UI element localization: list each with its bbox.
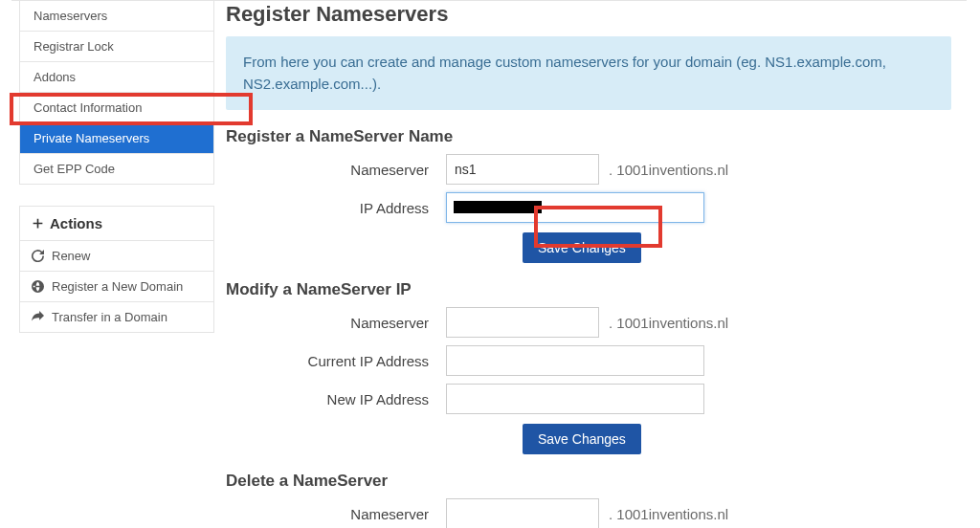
info-alert: From here you can create and manage cust… [226,36,951,110]
actions-header-label: Actions [50,215,102,231]
globe-icon [32,280,44,293]
action-label: Renew [52,249,90,263]
action-label: Register a New Domain [52,279,183,294]
domain-suffix: . 1001inventions.nl [609,162,728,178]
domain-suffix: . 1001inventions.nl [609,315,728,331]
register-ns-label: Nameserver [226,162,446,178]
modify-new-ip-input[interactable] [446,384,704,414]
modify-current-ip-input[interactable] [446,345,704,376]
delete-heading: Delete a NameServer [226,472,951,491]
register-ip-label: IP Address [226,200,446,216]
modify-ns-label: Nameserver [226,315,446,331]
modify-heading: Modify a NameServer IP [226,280,951,299]
main-content: Register Nameservers From here you can c… [226,0,980,528]
modify-current-ip-label: Current IP Address [226,353,446,369]
page-title: Register Nameservers [226,2,951,27]
register-save-button[interactable]: Save Changes [523,232,641,263]
modify-save-button[interactable]: Save Changes [523,424,641,454]
refresh-icon [32,250,44,262]
sidebar: Nameservers Registrar Lock Addons Contac… [0,0,226,528]
modify-button-row: Save Changes [226,424,951,454]
redacted-value [454,201,542,213]
sidebar-item-nameservers[interactable]: Nameservers [20,0,213,31]
action-register-domain[interactable]: Register a New Domain [20,271,213,301]
register-heading: Register a NameServer Name [226,127,951,146]
sidebar-item-private-nameservers[interactable]: Private Nameservers [20,122,213,153]
delete-ns-row: Nameserver . 1001inventions.nl [226,498,951,528]
modify-ns-row: Nameserver . 1001inventions.nl [226,307,951,338]
modify-ns-input[interactable] [446,307,599,338]
action-transfer-domain[interactable]: Transfer in a Domain [20,301,213,332]
sidebar-item-addons[interactable]: Addons [20,61,213,92]
modify-new-ip-label: New IP Address [226,391,446,407]
sidebar-item-get-epp-code[interactable]: Get EPP Code [20,153,213,184]
action-label: Transfer in a Domain [52,310,167,324]
register-button-row: Save Changes [226,232,951,263]
modify-new-ip-row: New IP Address [226,384,951,414]
modify-current-ip-row: Current IP Address [226,345,951,376]
register-ns-row: Nameserver . 1001inventions.nl [226,154,951,185]
share-icon [32,311,44,323]
domain-menu: Nameservers Registrar Lock Addons Contac… [19,0,214,185]
register-ip-row: IP Address [226,192,951,223]
actions-header: Actions [20,207,213,240]
actions-panel: Actions Renew Register a New Domain Tran… [19,206,214,333]
domain-suffix: . 1001inventions.nl [609,506,728,522]
action-renew[interactable]: Renew [20,240,213,271]
sidebar-item-contact-information[interactable]: Contact Information [20,92,213,122]
plus-icon [32,217,44,230]
delete-ns-label: Nameserver [226,506,446,522]
delete-ns-input[interactable] [446,498,599,528]
sidebar-item-registrar-lock[interactable]: Registrar Lock [20,31,213,61]
register-ns-input[interactable] [446,154,599,185]
